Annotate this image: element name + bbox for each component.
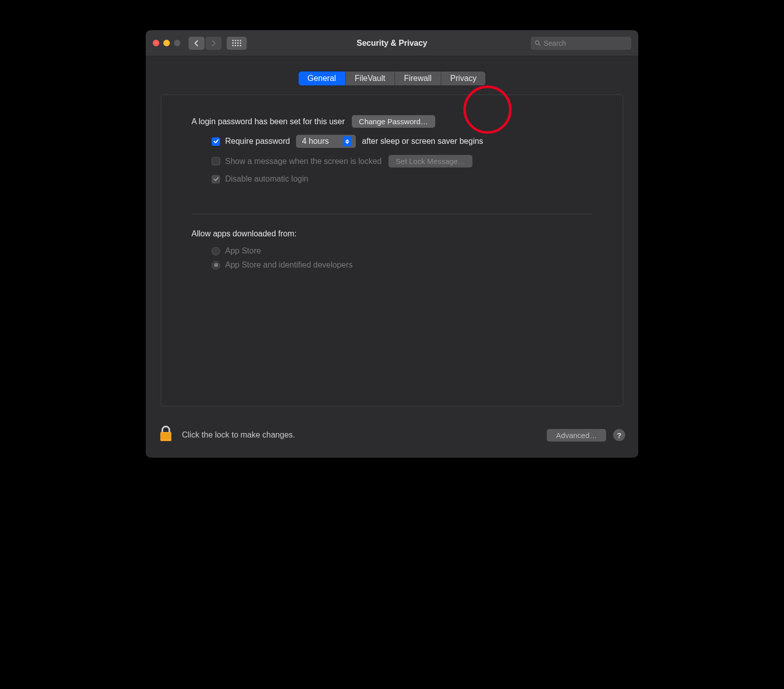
allow-apps-title: Allow apps downloaded from: <box>191 229 593 238</box>
disable-auto-login-row: Disable automatic login <box>191 175 593 184</box>
advanced-button[interactable]: Advanced… <box>547 429 606 442</box>
allow-app-store-radio <box>212 247 220 255</box>
tab-filevault[interactable]: FileVault <box>346 71 395 85</box>
change-password-button[interactable]: Change Password… <box>352 115 435 128</box>
require-password-suffix: after sleep or screen saver begins <box>362 137 483 146</box>
login-password-row: A login password has been set for this u… <box>191 115 593 128</box>
general-panel: A login password has been set for this u… <box>161 95 623 406</box>
tab-general[interactable]: General <box>299 71 346 85</box>
window-body: General FileVault Firewall Privacy A log… <box>146 56 638 418</box>
search-field[interactable] <box>531 37 631 50</box>
allow-identified-radio <box>212 261 220 270</box>
nav-buttons <box>188 37 222 50</box>
close-window-button[interactable] <box>153 40 159 46</box>
footer: Click the lock to make changes. Advanced… <box>146 418 638 458</box>
divider <box>191 214 593 214</box>
forward-button <box>206 37 222 50</box>
require-password-checkbox[interactable] <box>212 137 220 146</box>
allow-identified-row: App Store and identified developers <box>212 261 593 270</box>
disable-auto-login-checkbox <box>212 175 220 184</box>
show-message-row: Show a message when the screen is locked… <box>191 155 593 167</box>
tab-bar: General FileVault Firewall Privacy <box>161 71 623 85</box>
allow-app-store-label: App Store <box>225 246 261 255</box>
allow-identified-label: App Store and identified developers <box>225 261 353 270</box>
show-message-label: Show a message when the screen is locked <box>225 157 381 166</box>
require-password-delay-select[interactable]: 4 hours <box>296 135 356 148</box>
lock-icon[interactable] <box>159 425 173 445</box>
titlebar: Security & Privacy <box>146 30 638 56</box>
check-icon <box>213 176 219 182</box>
require-password-delay-value: 4 hours <box>302 137 329 146</box>
allow-app-store-row: App Store <box>212 246 593 255</box>
help-button[interactable]: ? <box>613 429 625 441</box>
require-password-label: Require password <box>225 137 290 146</box>
show-all-button[interactable] <box>227 37 247 50</box>
traffic-lights <box>153 40 180 46</box>
set-lock-message-button: Set Lock Message… <box>388 155 472 167</box>
preferences-window: Security & Privacy General FileVault Fir… <box>146 30 638 458</box>
search-icon <box>535 40 541 46</box>
svg-rect-2 <box>160 432 171 441</box>
check-icon <box>213 138 219 144</box>
show-message-checkbox <box>212 157 220 165</box>
tab-firewall[interactable]: Firewall <box>395 71 441 85</box>
select-arrows-icon <box>343 136 352 146</box>
tab-privacy[interactable]: Privacy <box>441 71 485 85</box>
svg-line-1 <box>539 44 540 45</box>
login-password-text: A login password has been set for this u… <box>191 117 345 126</box>
search-input[interactable] <box>544 39 627 47</box>
lock-text: Click the lock to make changes. <box>182 430 295 440</box>
back-button[interactable] <box>188 37 205 50</box>
window-title: Security & Privacy <box>357 39 428 48</box>
disable-auto-login-label: Disable automatic login <box>225 175 308 184</box>
zoom-window-button <box>174 40 180 46</box>
minimize-window-button[interactable] <box>163 40 170 46</box>
require-password-row: Require password 4 hours after sleep or … <box>191 135 593 148</box>
grid-icon <box>232 40 241 46</box>
